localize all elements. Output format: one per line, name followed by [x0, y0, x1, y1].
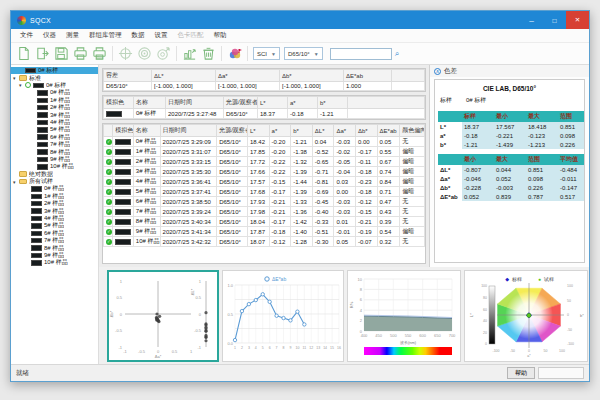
standard-row[interactable]: 0# 标样2020/7/25 3:27:48D65/10°18.37-0.18-… [104, 109, 425, 119]
menu-data[interactable]: 数据 [127, 31, 150, 40]
stats-row: b*-1.21-1.439-1.2130.226 [438, 140, 585, 149]
menu-instrument[interactable]: 仪器 [38, 31, 61, 40]
table-cell: -0.20 [269, 137, 291, 147]
svg-text:试样: 试样 [543, 276, 554, 282]
table-cell: 无 [400, 217, 425, 227]
tree-sample-item[interactable]: 10# 样品 [11, 163, 98, 170]
table-row[interactable]: ✓4# 样品2020/7/25 3:36:41D65/10°17.57-0.15… [104, 177, 425, 187]
table-row[interactable]: ✓5# 样品2020/7/25 3:37:41D65/10°17.68-0.17… [104, 187, 425, 197]
search-icon[interactable]: ⌕ [395, 49, 399, 59]
table-cell: -0.51 [312, 227, 334, 237]
svg-text:80: 80 [483, 296, 487, 300]
table-header[interactable]: 名称 [133, 125, 160, 137]
color-swatch [37, 157, 48, 163]
stats-value: -0.123 [526, 131, 558, 140]
maximize-button[interactable]: □ [543, 11, 566, 29]
table-cell: -0.01 [334, 227, 356, 237]
table-row[interactable]: ✓8# 样品2020/7/25 3:40:34D65/10°18.04-0.17… [104, 217, 425, 227]
table-header[interactable]: L* [248, 125, 270, 137]
table-header[interactable] [104, 125, 113, 137]
table-header[interactable]: b* [291, 125, 313, 137]
search-input[interactable] [330, 48, 392, 60]
stats-value: -0.228 [462, 183, 494, 192]
menu-settings[interactable]: 设置 [150, 31, 173, 40]
statistics-button[interactable] [180, 44, 199, 63]
spectral-chart-panel[interactable]: 0246810400450500550600650700R%波长(nm) [347, 270, 461, 362]
table-header[interactable]: 日期时间 [160, 125, 217, 137]
mode-select[interactable]: SCI▼ [253, 47, 280, 60]
tolerance-value: D65/10° [104, 82, 152, 91]
stats-value: 0.517 [558, 192, 585, 201]
table-cell: -1.39 [291, 167, 313, 177]
svg-text:0.5: 0.5 [172, 349, 178, 354]
help-button[interactable]: 帮助 [507, 367, 535, 379]
menu-group-library[interactable]: 群组库管理 [84, 31, 127, 40]
delete-button[interactable] [199, 44, 218, 63]
table-header[interactable]: ΔL* [312, 125, 334, 137]
table-row[interactable]: ✓2# 样品2020/7/25 3:33:15D65/10°17.72-0.22… [104, 157, 425, 167]
table-cell: -0.22 [269, 157, 291, 167]
lab-stats-table: 标样最小最大范围L*18.3717.56718.4180.851a*-0.18-… [438, 111, 581, 149]
standard-header: a* [288, 97, 318, 109]
table-cell: -1.33 [291, 197, 313, 207]
menu-color-card[interactable]: 色卡匹配 [173, 31, 209, 40]
export-word-button[interactable]: Word [90, 44, 109, 63]
table-header[interactable]: 模拟色 [113, 125, 134, 137]
content-area: 容差ΔL*Δa*Δb*ΔE*abD65/10°[-1.000, 1.000][-… [99, 65, 589, 364]
folder-icon [19, 179, 27, 185]
table-cell: 17.87 [248, 227, 270, 237]
tree-sample-item[interactable]: 10# 样品 [11, 259, 98, 266]
collapse-icon[interactable]: ∧ [434, 68, 441, 75]
color-swatch [115, 149, 131, 155]
import-file-button[interactable] [33, 44, 52, 63]
tree-folder-absolute[interactable]: 绝对数据 [11, 170, 98, 177]
table-header[interactable]: a* [269, 125, 291, 137]
table-header[interactable]: 光源/观察者 [217, 125, 248, 137]
panel-header[interactable]: ∧ 色差 [430, 65, 589, 77]
toolbar-separator [221, 46, 222, 61]
table-cell: -0.21 [355, 217, 377, 227]
svg-text:1.0: 1.0 [227, 283, 233, 288]
close-button[interactable]: ✕ [566, 11, 589, 29]
svg-text:0.5: 0.5 [227, 312, 233, 317]
menu-measure[interactable]: 测量 [61, 31, 84, 40]
save-button[interactable] [52, 44, 71, 63]
svg-text:0: 0 [199, 312, 202, 317]
palette-button[interactable] [225, 44, 244, 63]
stats-header [438, 111, 462, 122]
table-row[interactable]: ✓6# 样品2020/7/25 3:38:50D65/10°17.93-0.21… [104, 197, 425, 207]
illuminant-select[interactable]: D65/10°▼ [284, 47, 323, 60]
target-check-button[interactable] [154, 44, 173, 63]
color-swatch [37, 134, 48, 140]
table-header[interactable]: 颜色偏向 [400, 125, 425, 137]
table-header[interactable]: Δb* [355, 125, 377, 137]
table-row[interactable]: ✓0# 样品2020/7/25 3:29:09D65/10°18.42-0.20… [104, 137, 425, 147]
table-cell: -0.22 [269, 167, 291, 177]
new-file-button[interactable] [14, 44, 33, 63]
table-header[interactable]: ΔE*ab [377, 125, 400, 137]
delta-e-chart-panel[interactable]: 0.00.51.012345678910111213141516ΔE*ab [222, 270, 344, 362]
table-header[interactable]: Δa* [334, 125, 356, 137]
stats-value: 0.851 [558, 122, 585, 131]
color-wheel-panel[interactable]: ◆标样●试样020406080100L*100500-50-100b*-100-… [464, 270, 588, 362]
minimize-button[interactable]: ─ [520, 11, 543, 29]
table-row[interactable]: ✓3# 样品2020/7/25 3:35:30D65/10°17.66-0.22… [104, 167, 425, 177]
svg-text:400: 400 [361, 333, 368, 338]
color-swatch [31, 216, 42, 222]
stats-label: L* [438, 122, 462, 131]
measure-target-button[interactable] [116, 44, 135, 63]
calibrate-button[interactable] [135, 44, 154, 63]
scatter-chart-panel[interactable]: 10.50-0.5-1-1-0.500.51Δb*Δa*10.50-0.5-1Δ… [107, 270, 219, 362]
app-window: SQCX ─ □ ✕ 文件仪器测量群组库管理数据设置色卡匹配帮助 Word SC… [10, 10, 590, 382]
print-button[interactable] [71, 44, 90, 63]
table-cell: -0.65 [312, 157, 334, 167]
table-row[interactable]: ✓9# 样品2020/7/25 3:41:34D65/10°17.87-0.18… [104, 227, 425, 237]
menu-help[interactable]: 帮助 [209, 31, 232, 40]
color-swatch [115, 209, 131, 215]
table-row[interactable]: ✓7# 样品2020/7/25 3:39:24D65/10°17.98-0.21… [104, 207, 425, 217]
stats-value: 0.052 [462, 192, 494, 201]
table-row[interactable]: ✓10# 样品2020/7/25 3:42:32D65/10°18.07-0.1… [104, 237, 425, 247]
tree-selected-standard[interactable]: 0# 标样 [11, 67, 98, 74]
menu-file[interactable]: 文件 [15, 31, 38, 40]
table-row[interactable]: ✓1# 样品2020/7/25 3:31:07D65/10°17.85-0.20… [104, 147, 425, 157]
